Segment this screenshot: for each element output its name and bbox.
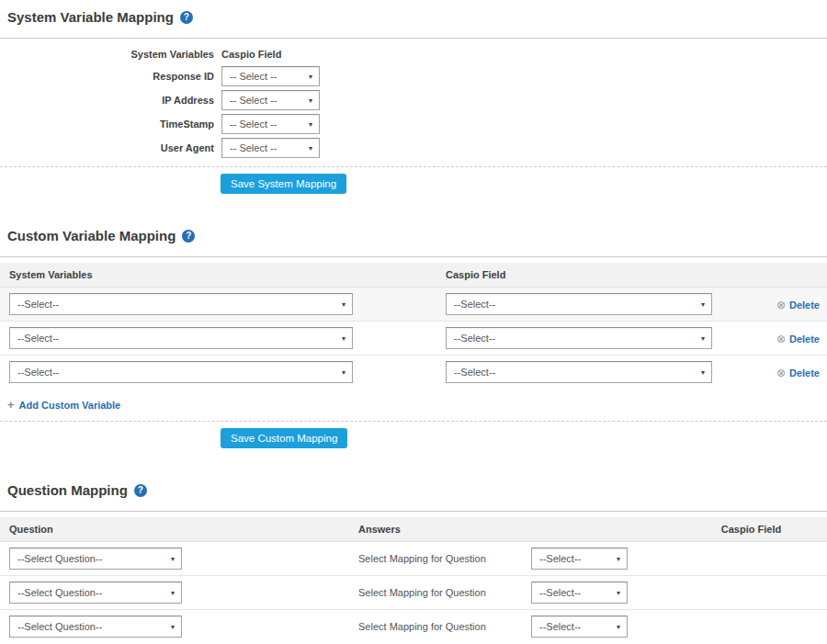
column-header-question: Question: [0, 524, 349, 535]
custom-mapping-title-text: Custom Variable Mapping: [7, 227, 176, 245]
system-variable-select[interactable]: --Select-- ▾: [9, 361, 353, 383]
timestamp-caspio-field-select[interactable]: -- Select -- ▾: [221, 114, 320, 134]
plus-icon: +: [7, 398, 15, 412]
delete-link-label: Delete: [789, 299, 820, 311]
select-value: --Select Question--: [17, 621, 102, 632]
row-label-timestamp: TimeStamp: [0, 119, 214, 130]
table-row: --Select Question-- ▾ Select Mapping for…: [0, 610, 827, 643]
table-row: --Select Question-- ▾ Select Mapping for…: [0, 542, 827, 576]
column-header-system-variables: System Variables: [0, 49, 214, 62]
column-header-caspio-field: Caspio Field: [436, 269, 763, 280]
system-variable-mapping-section: System Variable Mapping ? System Variabl…: [0, 0, 827, 194]
help-icon[interactable]: ?: [134, 484, 147, 497]
section-divider: [0, 38, 827, 39]
help-icon[interactable]: ?: [180, 11, 193, 24]
delete-row-link[interactable]: ⊗ Delete: [776, 367, 820, 378]
select-value: --Select--: [454, 333, 495, 344]
column-header-system-variables: System Variables: [0, 269, 436, 280]
row-label-ip-address: IP Address: [0, 95, 214, 106]
system-mapping-title-text: System Variable Mapping: [7, 8, 174, 27]
answers-mapping-select[interactable]: --Select-- ▾: [531, 548, 628, 570]
system-mapping-form: System Variables Caspio Field Response I…: [0, 49, 827, 158]
column-header-caspio-field: Caspio Field: [221, 49, 320, 62]
table-row: --Select-- ▾ --Select-- ▾ ⊗ Delete: [0, 356, 827, 389]
add-custom-variable-link[interactable]: + Add Custom Variable: [7, 398, 120, 412]
chevron-down-icon: ▾: [309, 73, 312, 81]
chevron-down-icon: ▾: [701, 368, 705, 377]
select-value: --Select--: [454, 367, 495, 378]
user-agent-caspio-field-select[interactable]: -- Select -- ▾: [221, 138, 320, 158]
circle-x-icon: ⊗: [776, 299, 786, 311]
answers-mapping-select[interactable]: --Select-- ▾: [531, 616, 628, 638]
chevron-down-icon: ▾: [617, 589, 620, 597]
chevron-down-icon: ▾: [309, 96, 312, 105]
table-row: --Select Question-- ▾ Select Mapping for…: [0, 576, 827, 610]
chevron-down-icon: ▾: [342, 334, 346, 343]
chevron-down-icon: ▾: [171, 589, 175, 597]
select-value: --Select--: [17, 333, 59, 344]
delete-link-label: Delete: [789, 367, 820, 378]
system-variable-select[interactable]: --Select-- ▾: [9, 327, 353, 349]
question-mapping-title-text: Question Mapping: [7, 481, 128, 500]
variable-mapping-page: System Variable Mapping ? System Variabl…: [0, 0, 827, 644]
add-custom-variable-label: Add Custom Variable: [19, 400, 121, 411]
table-row: --Select-- ▾ --Select-- ▾ ⊗ Delete: [0, 288, 827, 322]
caspio-field-select[interactable]: --Select-- ▾: [446, 361, 712, 383]
select-value: --Select--: [17, 367, 59, 378]
save-system-mapping-button[interactable]: Save System Mapping: [221, 174, 346, 194]
delete-row-link[interactable]: ⊗ Delete: [776, 299, 820, 311]
column-header-answers: Answers: [349, 524, 675, 535]
select-value: --Select Question--: [17, 587, 102, 598]
chevron-down-icon: ▾: [617, 555, 620, 563]
chevron-down-icon: ▾: [617, 623, 620, 631]
select-value: -- Select --: [230, 95, 277, 106]
delete-link-label: Delete: [789, 333, 820, 345]
select-value: --Select--: [539, 553, 581, 564]
custom-mapping-table-header: System Variables Caspio Field: [0, 263, 827, 288]
select-value: -- Select --: [230, 142, 277, 153]
chevron-down-icon: ▾: [309, 120, 312, 129]
question-mapping-table: Question Answers Caspio Field --Select Q…: [0, 517, 827, 643]
system-mapping-title: System Variable Mapping ?: [7, 0, 827, 27]
question-select[interactable]: --Select Question-- ▾: [9, 548, 182, 570]
chevron-down-icon: ▾: [342, 368, 346, 377]
caspio-field-select[interactable]: --Select-- ▾: [446, 293, 712, 315]
chevron-down-icon: ▾: [309, 144, 312, 153]
circle-x-icon: ⊗: [776, 333, 786, 345]
caspio-field-select[interactable]: --Select-- ▾: [446, 327, 712, 349]
question-mapping-section: Question Mapping ? Question Answers Casp…: [0, 473, 827, 644]
question-select[interactable]: --Select Question-- ▾: [9, 582, 182, 604]
column-header-caspio-field: Caspio Field: [675, 524, 827, 535]
row-label-user-agent: User Agent: [0, 142, 214, 153]
dashed-divider: [0, 421, 827, 422]
answers-mapping-label: Select Mapping for Question: [358, 621, 531, 632]
section-divider: [0, 511, 827, 512]
select-value: --Select Question--: [17, 553, 102, 564]
dashed-divider: [0, 166, 827, 167]
section-divider: [0, 256, 827, 257]
response-id-caspio-field-select[interactable]: -- Select -- ▾: [221, 66, 320, 86]
select-value: -- Select --: [230, 71, 277, 82]
select-value: --Select--: [539, 621, 581, 632]
chevron-down-icon: ▾: [171, 555, 175, 563]
select-value: --Select--: [454, 299, 495, 310]
answers-mapping-label: Select Mapping for Question: [358, 587, 531, 598]
help-icon[interactable]: ?: [182, 230, 195, 243]
chevron-down-icon: ▾: [342, 300, 346, 309]
select-value: --Select--: [17, 299, 59, 310]
save-custom-mapping-button[interactable]: Save Custom Mapping: [221, 428, 347, 448]
ip-address-caspio-field-select[interactable]: -- Select -- ▾: [221, 90, 320, 110]
answers-mapping-label: Select Mapping for Question: [358, 553, 531, 564]
custom-variable-mapping-section: Custom Variable Mapping ? System Variabl…: [0, 219, 827, 448]
question-select[interactable]: --Select Question-- ▾: [9, 616, 182, 638]
answers-mapping-select[interactable]: --Select-- ▾: [531, 582, 628, 604]
chevron-down-icon: ▾: [171, 623, 175, 631]
chevron-down-icon: ▾: [701, 334, 705, 343]
system-variable-select[interactable]: --Select-- ▾: [9, 293, 353, 315]
select-value: -- Select --: [230, 119, 277, 130]
delete-row-link[interactable]: ⊗ Delete: [776, 333, 820, 345]
custom-mapping-table: System Variables Caspio Field --Select--…: [0, 263, 827, 389]
custom-mapping-title: Custom Variable Mapping ?: [7, 219, 827, 245]
question-mapping-table-header: Question Answers Caspio Field: [0, 517, 827, 542]
select-value: --Select--: [539, 587, 581, 598]
